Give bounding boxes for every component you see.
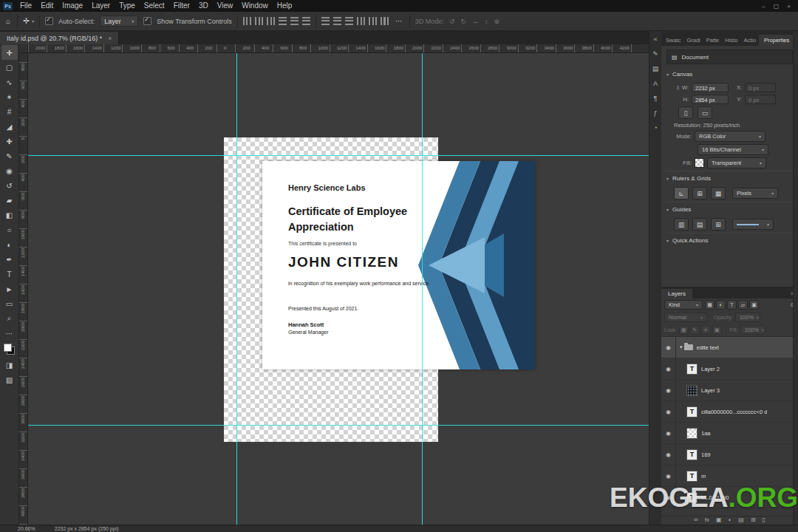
- link-layers-icon[interactable]: ∞: [694, 516, 698, 523]
- lock-all-icon[interactable]: ▣: [712, 325, 722, 335]
- lock-guides-icon[interactable]: ⊞: [711, 218, 726, 231]
- section-rulers-grids[interactable]: Rulers & Grids: [666, 171, 793, 185]
- canvas-height-field[interactable]: 2854 px: [692, 95, 729, 104]
- character-panel-icon[interactable]: A: [653, 80, 658, 87]
- menu-layer[interactable]: Layer: [87, 0, 115, 12]
- menu-3d[interactable]: 3D: [194, 0, 213, 12]
- layer-row-layer-3[interactable]: ◉Layer 3: [661, 380, 798, 401]
- color-swatches[interactable]: [4, 344, 15, 355]
- menu-type[interactable]: Type: [115, 0, 140, 12]
- toggle-grid-icon[interactable]: ⊞: [692, 187, 707, 200]
- menu-image[interactable]: Image: [58, 0, 87, 12]
- guide-horizontal-1[interactable]: [28, 155, 649, 156]
- 3d-roll-icon[interactable]: ↻: [460, 18, 466, 25]
- guide-style-dropdown[interactable]: [732, 219, 774, 230]
- canvas-x-field[interactable]: 0 px: [745, 83, 776, 92]
- menu-view[interactable]: View: [213, 0, 238, 12]
- show-transform-checkbox[interactable]: [143, 17, 151, 25]
- distribute-left-icon[interactable]: [357, 17, 365, 25]
- section-quick-actions[interactable]: Quick Actions: [666, 233, 793, 247]
- layer-row-169[interactable]: ◉T169: [661, 444, 798, 466]
- layer-mask-icon[interactable]: ▣: [716, 516, 722, 523]
- eyedropper-tool[interactable]: ◢: [1, 119, 18, 134]
- section-guides[interactable]: Guides: [666, 202, 793, 216]
- marquee-tool[interactable]: ▢: [1, 60, 18, 75]
- guide-vertical-1[interactable]: [236, 53, 237, 525]
- 3d-slide-icon[interactable]: ↕: [485, 18, 488, 25]
- link-dimensions-icon[interactable]: ∞: [675, 86, 681, 90]
- toggle-snap-icon[interactable]: ▦: [711, 187, 726, 200]
- orientation-portrait-button[interactable]: ▯: [678, 106, 693, 119]
- tab-actio[interactable]: Actio: [740, 35, 759, 46]
- path-selection-tool[interactable]: ►: [1, 282, 18, 296]
- 3d-drag-icon[interactable]: ↔: [472, 18, 479, 25]
- brushes-panel-icon[interactable]: ▤: [652, 65, 659, 72]
- fill-transparency-swatch[interactable]: [695, 158, 704, 168]
- layer-row-edite-text[interactable]: ◉▾edite text: [661, 337, 798, 358]
- canvas-viewport[interactable]: Henry Science Labs Certificate of Employ…: [28, 53, 649, 525]
- menu-select[interactable]: Select: [140, 0, 169, 12]
- properties-document-row[interactable]: ▤ Document: [666, 50, 793, 64]
- lasso-tool[interactable]: ∿: [1, 75, 18, 89]
- toggle-rulers-icon[interactable]: ⊾: [674, 187, 689, 200]
- layer-visibility-icon[interactable]: ◉: [661, 423, 676, 443]
- screen-mode-icon[interactable]: ▧: [1, 372, 18, 387]
- layer-visibility-icon[interactable]: ◉: [661, 444, 676, 465]
- gradient-tool[interactable]: ◧: [1, 208, 18, 222]
- auto-select-dropdown[interactable]: Layer: [100, 16, 138, 27]
- layer-row-cilla0000000-ccccccc-0-d[interactable]: ◉Tcilla0000000...ccccccc<0 d: [661, 401, 798, 423]
- tab-properties[interactable]: Properties: [759, 35, 794, 46]
- ruler-horizontal[interactable]: 2000180016001400120010008006004002000200…: [28, 44, 649, 53]
- guide-horizontal-2[interactable]: [28, 425, 649, 426]
- document-tab[interactable]: Italy id.psd @ 20.7% (RGB/16) * ×: [0, 32, 119, 44]
- ruler-vertical[interactable]: 8006004002000200400600800100012001400160…: [19, 53, 28, 525]
- blend-mode-dropdown[interactable]: Normal: [664, 313, 707, 322]
- filter-shape-layers-icon[interactable]: ▱: [738, 300, 748, 310]
- eraser-tool[interactable]: ▰: [1, 193, 18, 208]
- 3d-scale-icon[interactable]: ⊕: [494, 18, 499, 25]
- align-left-icon[interactable]: [243, 17, 251, 25]
- distribute-bottom-icon[interactable]: [345, 17, 353, 25]
- foreground-color-swatch[interactable]: [4, 344, 12, 352]
- clone-stamp-tool[interactable]: ◉: [1, 163, 18, 178]
- healing-brush-tool[interactable]: ✚: [1, 134, 18, 149]
- bit-depth-dropdown[interactable]: 16 Bits/Channel: [698, 144, 768, 155]
- tab-patte[interactable]: Patte: [703, 35, 723, 46]
- layer-visibility-icon[interactable]: ◉: [661, 337, 676, 358]
- tab-gradi[interactable]: Gradi: [683, 35, 703, 46]
- glyphs-panel-icon[interactable]: ƒ: [653, 109, 657, 117]
- align-middle-icon[interactable]: [290, 17, 299, 25]
- align-right-icon[interactable]: [267, 17, 275, 25]
- distribute-middle-icon[interactable]: [333, 17, 341, 25]
- align-center-h-icon[interactable]: [255, 17, 263, 25]
- lock-position-icon[interactable]: ✛: [701, 325, 711, 335]
- adjustment-layer-icon[interactable]: ◐: [728, 516, 732, 523]
- pen-tool[interactable]: ✒: [1, 252, 18, 267]
- units-dropdown[interactable]: Pixels: [732, 188, 778, 199]
- move-tool[interactable]: ✛: [1, 45, 18, 60]
- more-align-options-icon[interactable]: ⋯: [394, 17, 404, 25]
- image-layer-thumbnail[interactable]: [686, 385, 698, 396]
- canvas-width-field[interactable]: 2232 px: [692, 83, 729, 92]
- app-logo[interactable]: Ps: [3, 2, 13, 10]
- layer-filter-kind-dropdown[interactable]: Kind: [664, 300, 703, 310]
- auto-select-checkbox[interactable]: [45, 17, 53, 25]
- layer-visibility-icon[interactable]: ◉: [661, 380, 676, 400]
- delete-layer-icon[interactable]: ▯: [763, 516, 765, 523]
- filter-pixel-layers-icon[interactable]: ▦: [705, 300, 715, 310]
- brush-tool[interactable]: ✎: [1, 149, 18, 163]
- layer-visibility-icon[interactable]: ◉: [661, 401, 676, 422]
- zoom-tool[interactable]: ⌕: [1, 311, 18, 326]
- filter-type-layers-icon[interactable]: T: [727, 300, 737, 310]
- history-brush-tool[interactable]: ↺: [1, 178, 18, 193]
- filter-smart-objects-icon[interactable]: ▣: [749, 300, 759, 310]
- home-icon[interactable]: ⌂: [4, 17, 12, 25]
- filter-adjustment-layers-icon[interactable]: ◐: [716, 300, 726, 310]
- type-layer-thumbnail[interactable]: T: [686, 449, 698, 460]
- distribute-center-icon[interactable]: [369, 17, 377, 25]
- active-tool-preset[interactable]: ✛: [23, 16, 34, 26]
- tab-histo[interactable]: Histo: [722, 35, 740, 46]
- menu-file[interactable]: File: [16, 0, 36, 12]
- distribute-right-icon[interactable]: [381, 17, 389, 25]
- tab-close-icon[interactable]: ×: [108, 35, 112, 42]
